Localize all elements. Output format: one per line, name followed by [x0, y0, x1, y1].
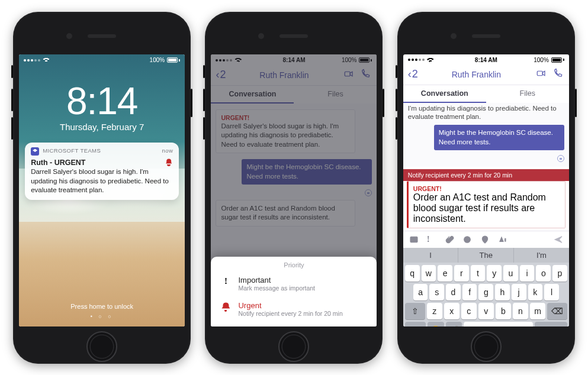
notification-card[interactable]: MICROSOFT TEAMS now Ruth - URGENT Darrel… [25, 143, 179, 200]
phone-lockscreen: 100% 8:14 Thursday, February 7 MICROSOFT… [13, 12, 191, 364]
key-h[interactable]: h [495, 284, 510, 300]
status-bar: 8:14 AM 100% [403, 54, 569, 66]
urgent-label: URGENT! [413, 185, 560, 192]
priority-button[interactable]: ! [427, 235, 436, 244]
key-w[interactable]: w [422, 265, 436, 282]
key-z[interactable]: z [427, 303, 442, 319]
priority-sheet: Priority ! Important Mark message as imp… [211, 257, 377, 326]
phone-chat-compose-urgent: 8:14 AM 100% ‹ 2 Ruth Franklin Conversat… [397, 12, 575, 364]
urgent-bell-icon [165, 158, 173, 166]
compose-toolbar: ! [403, 231, 569, 248]
chat-navbar: ‹ 2 Ruth Franklin [403, 66, 569, 85]
signal-icon [408, 59, 425, 61]
key-k[interactable]: k [528, 284, 543, 300]
predict-1[interactable]: I [403, 248, 459, 263]
urgent-sub: Notify recipient every 2 min for 20 min [238, 310, 342, 317]
send-button[interactable] [554, 235, 563, 244]
svg-point-10 [466, 238, 468, 241]
mention-icon[interactable] [462, 235, 472, 244]
keyboard-predictions: I The I'm [403, 248, 569, 263]
urgent-bell-icon [221, 302, 230, 311]
priority-important[interactable]: ! Important Mark message as important [211, 271, 377, 296]
key-d[interactable]: d [446, 284, 461, 300]
signal-icon [24, 59, 40, 62]
key-i[interactable]: i [520, 265, 535, 282]
wifi-icon [43, 57, 50, 63]
back-count: 2 [412, 68, 418, 80]
back-button[interactable]: ‹ 2 [408, 68, 418, 80]
format-icon[interactable] [498, 235, 507, 244]
key-j[interactable]: j [512, 284, 526, 300]
page-dots: • ○ ○ [19, 313, 185, 319]
chat-tabs: Conversation Files [403, 85, 569, 103]
urgent-banner: Notify recipient every 2 min for 20 min [403, 169, 569, 181]
important-label: Important [238, 276, 315, 285]
key-o[interactable]: o [536, 265, 551, 282]
svg-point-8 [412, 238, 413, 240]
key-b[interactable]: b [496, 303, 511, 319]
battery-icon [551, 57, 564, 63]
location-icon[interactable] [480, 235, 490, 244]
phone-icon [552, 68, 563, 79]
audio-call-button[interactable] [551, 68, 564, 81]
key-s[interactable]: s [429, 284, 444, 300]
status-bar: 100% [19, 54, 185, 66]
key-c[interactable]: c [461, 303, 477, 319]
key-q[interactable]: q [405, 265, 420, 282]
key-u[interactable]: u [503, 265, 518, 282]
key-v[interactable]: v [478, 303, 494, 319]
contact-name[interactable]: Ruth Franklin [422, 70, 531, 79]
phone-chat-priority-sheet: 8:14 AM 100% ‹ 2 Ruth Franklin Conversat… [205, 12, 383, 364]
key-shift[interactable]: ⇧ [405, 303, 425, 319]
lock-date: Thursday, February 7 [19, 122, 185, 132]
status-time: 8:14 AM [475, 57, 497, 63]
home-button[interactable] [471, 331, 502, 362]
compose-text: Order an A1C test and Random blood sugar… [413, 192, 560, 224]
read-receipt-icon [557, 155, 564, 162]
attach-icon[interactable] [445, 235, 454, 244]
lock-clock: 8:14 [19, 79, 185, 123]
key-space[interactable]: space [464, 322, 533, 326]
important-icon: ! [224, 277, 227, 286]
key-a[interactable]: a [413, 284, 428, 300]
battery-pct: 100% [150, 57, 165, 63]
important-sub: Mark message as important [238, 285, 315, 292]
predict-3[interactable]: I'm [514, 248, 569, 263]
key-t[interactable]: t [471, 265, 486, 282]
key-f[interactable]: f [462, 284, 477, 300]
battery-pct: 100% [534, 57, 549, 63]
notification-app: MICROSOFT TEAMS [43, 147, 101, 155]
svg-point-11 [484, 238, 486, 240]
home-button[interactable] [278, 331, 309, 362]
tab-files[interactable]: Files [486, 85, 569, 103]
key-n[interactable]: n [513, 303, 528, 319]
predict-2[interactable]: The [458, 248, 514, 263]
key-e[interactable]: e [438, 265, 452, 282]
key-l[interactable]: l [544, 284, 559, 300]
video-call-button[interactable] [535, 68, 548, 81]
notification-time: now [162, 147, 173, 155]
key-r[interactable]: r [454, 265, 469, 282]
key-p[interactable]: p [552, 265, 567, 282]
sheet-title: Priority [211, 260, 377, 271]
notification-title: Ruth - URGENT [31, 158, 85, 168]
home-button[interactable] [86, 331, 117, 362]
compose-urgent-message[interactable]: URGENT! Order an A1C test and Random blo… [407, 181, 565, 228]
message-outgoing[interactable]: Might be the Hemoglobin SC disease. Need… [434, 125, 564, 150]
key-mic[interactable]: 🎤 [446, 322, 462, 326]
key-m[interactable]: m [530, 303, 545, 319]
image-icon[interactable] [409, 235, 419, 244]
key-123[interactable]: 123 [405, 322, 426, 326]
key-x[interactable]: x [444, 303, 460, 319]
tab-conversation[interactable]: Conversation [403, 85, 486, 103]
key-g[interactable]: g [478, 284, 493, 300]
priority-urgent[interactable]: Urgent Notify recipient every 2 min for … [211, 296, 377, 322]
video-icon [536, 68, 547, 79]
key-emoji[interactable]: 😊 [428, 322, 444, 326]
urgent-label: Urgent [238, 301, 342, 310]
key-y[interactable]: y [487, 265, 502, 282]
key-backspace[interactable]: ⌫ [547, 303, 567, 319]
teams-app-icon [31, 147, 39, 156]
key-return[interactable]: return [535, 322, 567, 326]
message-truncated: I'm updating his diagnosis to prediabeti… [403, 103, 569, 122]
